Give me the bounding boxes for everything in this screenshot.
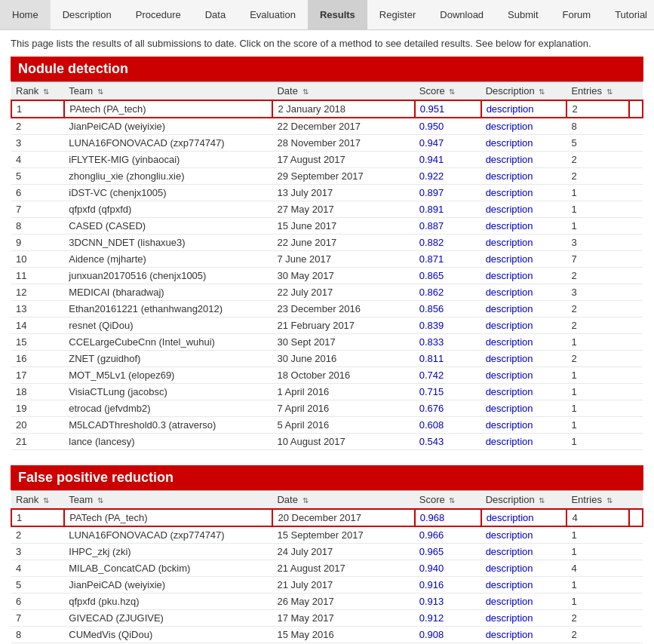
desc-cell[interactable]: description	[481, 627, 567, 643]
desc-cell[interactable]: description	[481, 334, 567, 351]
col-team-fp[interactable]: Team ⇅	[64, 491, 272, 510]
team-cell: 3DCNN_NDET (lishaxue3)	[64, 235, 272, 251]
desc-cell[interactable]: description	[481, 235, 567, 251]
desc-cell[interactable]: description	[481, 560, 567, 577]
entries-cell: 1	[566, 434, 629, 450]
desc-cell[interactable]: description	[481, 367, 567, 384]
table-row: 9 3DCNN_NDET (lishaxue3) 22 June 2017 0.…	[11, 235, 643, 251]
col-entries-fp[interactable]: Entries ⇅	[566, 491, 629, 510]
score-cell[interactable]: 0.715	[415, 384, 481, 400]
desc-cell[interactable]: description	[481, 526, 567, 544]
score-cell[interactable]: 0.966	[415, 526, 481, 544]
col-entries-nd[interactable]: Entries ⇅	[566, 82, 629, 101]
score-cell[interactable]: 0.833	[415, 334, 481, 351]
score-cell[interactable]: 0.922	[415, 168, 481, 185]
col-date-fp[interactable]: Date ⇅	[272, 491, 414, 510]
nav-item-data[interactable]: Data	[193, 0, 238, 29]
date-cell: 7 April 2016	[272, 400, 414, 417]
desc-cell[interactable]: description	[481, 400, 567, 417]
score-cell[interactable]: 0.913	[415, 593, 481, 610]
col-desc-nd[interactable]: Description ⇅	[481, 82, 567, 101]
table-row: 13 Ethan20161221 (ethanhwang2012) 23 Dec…	[11, 301, 643, 317]
nav-item-home[interactable]: Home	[0, 0, 51, 29]
entries-cell: 8	[566, 118, 629, 135]
desc-cell[interactable]: description	[481, 201, 567, 218]
desc-cell[interactable]: description	[481, 577, 567, 593]
nav-item-evaluation[interactable]: Evaluation	[238, 0, 308, 29]
desc-cell[interactable]: description	[481, 509, 567, 526]
desc-cell[interactable]: description	[481, 135, 567, 152]
col-team-nd[interactable]: Team ⇅	[64, 82, 272, 101]
score-cell[interactable]: 0.940	[415, 560, 481, 577]
score-cell[interactable]: 0.811	[415, 351, 481, 367]
score-cell[interactable]: 0.951	[415, 100, 481, 118]
score-cell[interactable]: 0.887	[415, 218, 481, 235]
desc-cell[interactable]: description	[481, 118, 567, 135]
desc-cell[interactable]: description	[481, 417, 567, 434]
score-cell[interactable]: 0.676	[415, 400, 481, 417]
desc-cell[interactable]: description	[481, 168, 567, 185]
table-row: 4 iFLYTEK-MIG (yinbaocai) 17 August 2017…	[11, 152, 643, 168]
sort-icon-entries-nd: ⇅	[606, 87, 613, 96]
score-cell[interactable]: 0.950	[415, 118, 481, 135]
col-rank-nd[interactable]: Rank ⇅	[11, 82, 64, 101]
score-cell[interactable]: 0.968	[415, 509, 481, 526]
desc-cell[interactable]: description	[481, 218, 567, 235]
nav-item-results[interactable]: Results	[308, 0, 367, 29]
rank-cell: 3	[11, 135, 64, 152]
desc-cell[interactable]: description	[481, 301, 567, 317]
nodule-detection-table: Rank ⇅ Team ⇅ Date ⇅ Score ⇅ Description…	[11, 81, 643, 450]
score-cell[interactable]: 0.897	[415, 185, 481, 201]
desc-cell[interactable]: description	[481, 152, 567, 168]
score-cell[interactable]: 0.856	[415, 301, 481, 317]
rank-cell: 9	[11, 235, 64, 251]
score-cell[interactable]: 0.891	[415, 201, 481, 218]
rank-cell: 6	[11, 593, 64, 610]
score-cell[interactable]: 0.608	[415, 417, 481, 434]
score-cell[interactable]: 0.543	[415, 434, 481, 450]
desc-cell[interactable]: description	[481, 100, 567, 118]
desc-cell[interactable]: description	[481, 284, 567, 301]
col-date-nd[interactable]: Date ⇅	[272, 82, 414, 101]
extra-cell	[629, 509, 643, 526]
desc-cell[interactable]: description	[481, 351, 567, 367]
score-cell[interactable]: 0.865	[415, 268, 481, 284]
score-cell[interactable]: 0.742	[415, 367, 481, 384]
desc-cell[interactable]: description	[481, 384, 567, 400]
rank-cell: 1	[11, 509, 64, 526]
nav-item-forum[interactable]: Forum	[551, 0, 603, 29]
desc-cell[interactable]: description	[481, 593, 567, 610]
desc-cell[interactable]: description	[481, 268, 567, 284]
rank-cell: 6	[11, 185, 64, 201]
score-cell[interactable]: 0.941	[415, 152, 481, 168]
desc-cell[interactable]: description	[481, 185, 567, 201]
col-rank-fp[interactable]: Rank ⇅	[11, 491, 64, 510]
score-cell[interactable]: 0.882	[415, 235, 481, 251]
table-row: 15 CCELargeCubeCnn (Intel_wuhui) 30 Sept…	[11, 334, 643, 351]
col-score-fp[interactable]: Score ⇅	[415, 491, 481, 510]
team-cell: PAtech (PA_tech)	[64, 100, 272, 118]
score-cell[interactable]: 0.947	[415, 135, 481, 152]
false-positive-table: Rank ⇅ Team ⇅ Date ⇅ Score ⇅ Description…	[11, 490, 643, 644]
col-score-nd[interactable]: Score ⇅	[415, 82, 481, 101]
nav-item-description[interactable]: Description	[51, 0, 124, 29]
score-cell[interactable]: 0.912	[415, 610, 481, 627]
score-cell[interactable]: 0.862	[415, 284, 481, 301]
nav-item-tutorial[interactable]: Tutorial	[603, 0, 654, 29]
score-cell[interactable]: 0.908	[415, 627, 481, 643]
desc-cell[interactable]: description	[481, 317, 567, 334]
col-desc-fp[interactable]: Description ⇅	[481, 491, 567, 510]
score-cell[interactable]: 0.871	[415, 251, 481, 268]
nav-item-register[interactable]: Register	[367, 0, 428, 29]
nav-item-submit[interactable]: Submit	[496, 0, 550, 29]
extra-cell	[629, 218, 643, 235]
desc-cell[interactable]: description	[481, 434, 567, 450]
score-cell[interactable]: 0.839	[415, 317, 481, 334]
desc-cell[interactable]: description	[481, 544, 567, 560]
nav-item-procedure[interactable]: Procedure	[124, 0, 193, 29]
nav-item-download[interactable]: Download	[428, 0, 496, 29]
desc-cell[interactable]: description	[481, 251, 567, 268]
score-cell[interactable]: 0.965	[415, 544, 481, 560]
score-cell[interactable]: 0.916	[415, 577, 481, 593]
desc-cell[interactable]: description	[481, 610, 567, 627]
